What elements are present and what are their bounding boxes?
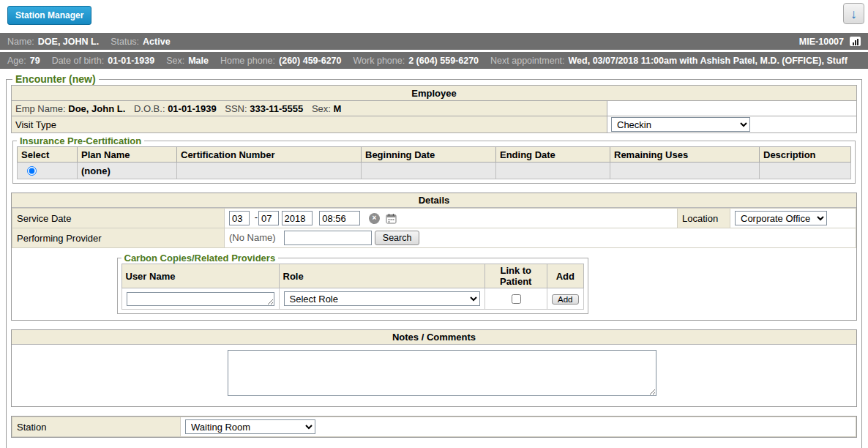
dob-label: Date of birth: (52, 56, 105, 66)
dob-value: 01-01-1939 (108, 56, 154, 66)
date-separator: - (255, 212, 258, 223)
col-role: Role (279, 264, 484, 288)
sex-label: Sex: (166, 56, 184, 66)
service-time-input[interactable] (319, 211, 360, 225)
emp-sex-label: Sex: (312, 103, 331, 114)
age-label: Age: (7, 56, 26, 66)
emp-ssn-label: SSN: (225, 103, 247, 114)
provider-search-button[interactable]: Search (375, 231, 420, 245)
col-description: Description (760, 147, 851, 163)
carbon-copies-legend: Carbon Copies/Related Providers (121, 253, 279, 264)
location-cell: Corporate Office (730, 209, 856, 228)
carbon-copies-section: Carbon Copies/Related Providers User Nam… (117, 253, 588, 314)
col-select: Select (18, 147, 78, 163)
col-beginning-date: Beginning Date (362, 147, 496, 163)
employee-info: Emp Name: Doe, John L. D.O.B.: 01-01-193… (12, 101, 607, 116)
visit-type-cell: Checkin (607, 116, 857, 133)
emp-dob-value: 01-01-1939 (168, 103, 217, 114)
notes-textarea[interactable] (228, 350, 656, 396)
calendar-icon[interactable] (386, 213, 397, 224)
user-name-input[interactable] (127, 292, 274, 306)
top-toolbar: Station Manager ↓ (0, 0, 868, 33)
insurance-precert-table: Select Plan Name Certification Number Be… (17, 146, 851, 179)
service-date-label: Service Date (12, 209, 225, 228)
employee-table: Employee Emp Name: Doe, John L. D.O.B.: … (11, 85, 857, 133)
emp-name-label: Emp Name: (15, 103, 66, 114)
clear-date-icon[interactable]: × (369, 213, 380, 224)
next-appointment-value: Wed, 03/07/2018 11:00am with Ashish Pate… (569, 56, 848, 66)
service-date-year-input[interactable] (282, 211, 313, 225)
work-phone-label: Work phone: (353, 56, 405, 66)
name-label: Name: (7, 37, 34, 47)
station-label: Station (12, 417, 181, 437)
insurance-precert-legend: Insurance Pre-Certification (17, 135, 144, 146)
carbon-copies-cell: Carbon Copies/Related Providers User Nam… (12, 248, 856, 321)
service-date-day-input[interactable] (258, 211, 279, 225)
bar-chart-icon[interactable] (850, 37, 861, 46)
col-plan-name: Plan Name (78, 147, 177, 163)
status-label: Status: (111, 37, 139, 47)
emp-name-value: Doe, John L. (68, 103, 125, 114)
insurance-row: (none) (18, 163, 851, 179)
carbon-copies-table: User Name Role Link to Patient Add Selec… (121, 264, 584, 310)
details-header: Details (12, 193, 856, 208)
service-date-month-input[interactable] (229, 211, 250, 225)
home-phone-label: Home phone: (220, 56, 275, 66)
notes-body (12, 345, 856, 406)
visit-type-label: Visit Type (12, 116, 607, 133)
employee-header: Employee (12, 86, 857, 101)
emp-dob-label: D.O.B.: (134, 103, 165, 114)
emp-ssn-value: 333-11-5555 (250, 103, 303, 114)
sex-value: Male (188, 56, 209, 66)
encounter-section: Encounter (new) Employee Emp Name: Doe, … (6, 73, 862, 448)
plan-name-value: (none) (81, 165, 111, 176)
col-certification-number: Certification Number (177, 147, 362, 163)
visit-type-select[interactable]: Checkin (611, 117, 750, 132)
link-to-patient-checkbox[interactable] (512, 294, 521, 304)
patient-demographics-bar: Age: 79 Date of birth: 01-01-1939 Sex: M… (0, 52, 868, 69)
notes-header: Notes / Comments (12, 330, 856, 345)
provider-no-name-text: (No Name) (229, 232, 276, 243)
name-value: DOE, JOHN L. (38, 37, 99, 47)
service-date-cell: - × (225, 209, 678, 228)
encounter-legend: Encounter (new) (12, 73, 99, 85)
notes-section: Notes / Comments (11, 329, 857, 407)
col-user-name: User Name (121, 264, 279, 288)
patient-summary-bar: Name: DOE, JOHN L. Status: Active MIE-10… (0, 33, 868, 50)
add-provider-button[interactable]: Add (552, 294, 578, 305)
col-remaining-uses: Remaining Uses (610, 147, 760, 163)
status-value: Active (143, 37, 171, 47)
emp-sex-value: M (334, 103, 342, 114)
work-phone-value: 2 (604) 559-6270 (408, 56, 479, 66)
station-section: Station Waiting Room (11, 416, 857, 438)
col-link-to-patient: Link to Patient (484, 264, 547, 288)
performing-provider-label: Performing Provider (12, 228, 225, 248)
role-select[interactable]: Select Role (284, 291, 480, 306)
location-select[interactable]: Corporate Office (735, 211, 827, 225)
station-select[interactable]: Waiting Room (185, 419, 315, 434)
station-table: Station Waiting Room (12, 417, 856, 437)
precert-select-radio[interactable] (27, 166, 37, 176)
station-manager-button[interactable]: Station Manager (7, 6, 91, 25)
provider-search-input[interactable] (284, 231, 372, 245)
col-ending-date: Ending Date (496, 147, 610, 163)
download-arrow-icon: ↓ (850, 7, 857, 20)
location-label: Location (678, 209, 730, 228)
chart-id: MIE-10007 (799, 37, 844, 47)
age-value: 79 (30, 56, 40, 66)
station-cell: Waiting Room (181, 417, 856, 437)
download-button[interactable]: ↓ (843, 3, 864, 24)
details-section: Details Service Date - × (11, 193, 857, 321)
home-phone-value: (260) 459-6270 (279, 56, 341, 66)
employee-info-spacer (607, 101, 857, 116)
details-table: Service Date - × (12, 208, 856, 320)
next-appointment-label: Next appointment: (490, 56, 564, 66)
col-add: Add (547, 264, 583, 288)
performing-provider-cell: (No Name) Search (225, 228, 856, 248)
insurance-precert-section: Insurance Pre-Certification Select Plan … (12, 135, 856, 184)
